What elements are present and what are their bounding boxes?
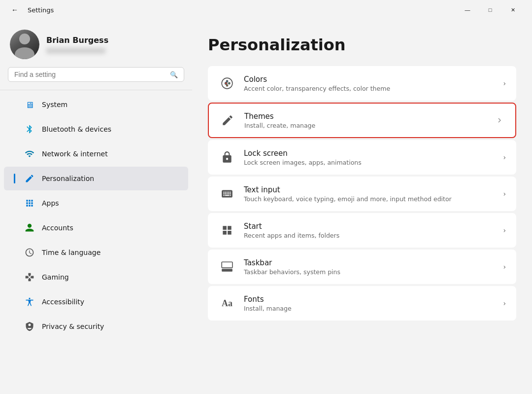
sidebar-label-accessibility: Accessibility — [42, 298, 84, 306]
lock-screen-chevron: › — [503, 153, 506, 161]
accounts-icon — [24, 222, 35, 233]
maximize-button[interactable]: □ — [479, 2, 501, 18]
user-email-blurred — [46, 48, 105, 54]
svg-rect-4 — [222, 269, 233, 271]
colors-desc: Accent color, transparency effects, colo… — [244, 85, 503, 92]
sidebar-label-bluetooth: Bluetooth & devices — [42, 125, 111, 133]
themes-desc: Install, create, manage — [244, 122, 496, 129]
user-name: Brian Burgess — [46, 36, 108, 45]
sidebar-label-accounts: Accounts — [42, 224, 73, 232]
start-text: Start Recent apps and items, folders — [244, 222, 503, 239]
svg-point-1 — [226, 80, 228, 82]
setting-lock-screen[interactable]: Lock screen Lock screen images, apps, an… — [208, 140, 516, 175]
window-controls: — □ ✕ — [456, 2, 524, 18]
start-name: Start — [244, 222, 503, 231]
app-body: Brian Burgess 🔍 🖥 System Bluetooth & dev… — [0, 20, 532, 394]
themes-chevron — [496, 116, 505, 124]
sidebar-label-apps: Apps — [42, 199, 59, 207]
search-icon: 🔍 — [170, 71, 178, 78]
user-info: Brian Burgess — [46, 36, 108, 54]
settings-list: Colors Accent color, transparency effect… — [208, 66, 516, 321]
sidebar-item-accounts[interactable]: Accounts — [4, 216, 188, 240]
text-input-name: Text input — [244, 185, 503, 194]
sidebar-item-system[interactable]: 🖥 System — [4, 93, 188, 116]
setting-colors[interactable]: Colors Accent color, transparency effect… — [208, 66, 516, 101]
sidebar-divider — [0, 90, 192, 90]
sidebar: Brian Burgess 🔍 🖥 System Bluetooth & dev… — [0, 20, 192, 394]
sidebar-label-gaming: Gaming — [42, 273, 69, 281]
sidebar-item-accessibility[interactable]: Accessibility — [4, 290, 188, 314]
themes-icon — [219, 111, 236, 129]
accessibility-icon — [24, 296, 35, 307]
start-desc: Recent apps and items, folders — [244, 232, 503, 239]
back-button[interactable]: ← — [8, 3, 22, 17]
minimize-button[interactable]: — — [456, 2, 479, 18]
lock-screen-icon — [218, 148, 236, 166]
app-title: Settings — [28, 6, 54, 14]
sidebar-label-system: System — [42, 101, 67, 108]
svg-point-3 — [226, 85, 228, 86]
content-area: Personalization Colors Accent color, tra… — [192, 20, 532, 394]
themes-text: Themes Install, create, manage — [244, 112, 496, 129]
taskbar-icon — [218, 258, 236, 276]
start-chevron: › — [503, 226, 506, 234]
colors-name: Colors — [244, 75, 503, 84]
fonts-name: Fonts — [244, 295, 503, 304]
user-profile[interactable]: Brian Burgess — [0, 20, 192, 67]
sidebar-label-personalization: Personalization — [42, 175, 94, 182]
close-button[interactable]: ✕ — [501, 2, 524, 18]
fonts-text: Fonts Install, manage — [244, 295, 503, 312]
title-bar: ← Settings — □ ✕ — [0, 0, 532, 20]
gaming-icon — [24, 272, 35, 283]
time-icon — [24, 247, 35, 258]
sidebar-item-privacy[interactable]: Privacy & security — [4, 315, 188, 338]
setting-text-input[interactable]: Text input Touch keyboard, voice typing,… — [208, 177, 516, 211]
setting-taskbar[interactable]: Taskbar Taskbar behaviors, system pins › — [208, 250, 516, 284]
sidebar-item-personalization[interactable]: Personalization — [4, 167, 188, 190]
sidebar-item-apps[interactable]: Apps — [4, 191, 188, 215]
network-icon — [24, 148, 35, 159]
fonts-icon: Aa — [218, 294, 236, 312]
fonts-desc: Install, manage — [244, 305, 503, 312]
bluetooth-icon — [24, 124, 35, 135]
lock-screen-text: Lock screen Lock screen images, apps, an… — [244, 149, 503, 166]
personalization-icon — [24, 173, 35, 184]
sidebar-label-network: Network & internet — [42, 150, 108, 158]
fonts-chevron: › — [503, 299, 506, 307]
apps-icon — [24, 198, 35, 209]
system-icon: 🖥 — [24, 99, 35, 110]
start-icon — [218, 221, 236, 239]
sidebar-label-privacy: Privacy & security — [42, 322, 104, 330]
text-input-chevron: › — [503, 190, 506, 198]
svg-rect-5 — [222, 262, 233, 268]
colors-text: Colors Accent color, transparency effect… — [244, 75, 503, 92]
lock-screen-name: Lock screen — [244, 149, 503, 158]
sidebar-item-bluetooth[interactable]: Bluetooth & devices — [4, 117, 188, 141]
themes-name: Themes — [244, 112, 496, 121]
setting-fonts[interactable]: Aa Fonts Install, manage › — [208, 286, 516, 321]
text-input-icon — [218, 185, 236, 203]
privacy-icon — [24, 321, 35, 332]
sidebar-label-time: Time & language — [42, 249, 100, 256]
sidebar-item-network[interactable]: Network & internet — [4, 142, 188, 166]
taskbar-chevron: › — [503, 263, 506, 271]
search-input[interactable] — [14, 71, 166, 78]
avatar — [10, 30, 39, 59]
taskbar-desc: Taskbar behaviors, system pins — [244, 268, 503, 276]
lock-screen-desc: Lock screen images, apps, animations — [244, 159, 503, 166]
svg-point-2 — [229, 82, 230, 84]
setting-start[interactable]: Start Recent apps and items, folders › — [208, 213, 516, 248]
taskbar-text: Taskbar Taskbar behaviors, system pins — [244, 258, 503, 276]
text-input-text: Text input Touch keyboard, voice typing,… — [244, 185, 503, 203]
sidebar-item-time[interactable]: Time & language — [4, 241, 188, 264]
text-input-desc: Touch keyboard, voice typing, emoji and … — [244, 195, 503, 203]
setting-themes[interactable]: Themes Install, create, manage — [208, 103, 516, 138]
taskbar-name: Taskbar — [244, 258, 503, 267]
search-box[interactable]: 🔍 — [8, 67, 184, 82]
colors-chevron: › — [503, 79, 506, 87]
page-title: Personalization — [208, 36, 516, 54]
sidebar-item-gaming[interactable]: Gaming — [4, 265, 188, 289]
colors-icon — [218, 74, 236, 92]
